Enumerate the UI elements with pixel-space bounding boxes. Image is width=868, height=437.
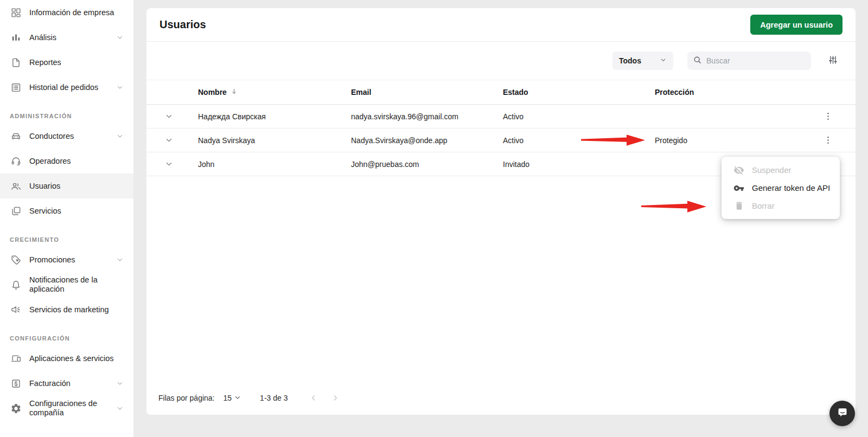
rows-per-page-label: Filas por página:: [158, 394, 215, 402]
cell-status: Invitado: [503, 160, 655, 169]
sidebar-item-label: Historial de pedidos: [29, 83, 114, 92]
column-header-proteccion[interactable]: Protección: [655, 88, 809, 97]
row-expand-chevron-icon[interactable]: [163, 111, 174, 122]
chevron-down-icon: [114, 83, 126, 91]
sidebar-item-label: Conductores: [29, 132, 114, 141]
company-info-icon: [10, 7, 22, 18]
search-box: [687, 52, 811, 70]
sidebar-item-label: Análisis: [29, 33, 114, 42]
column-header-nombre[interactable]: Nombre: [198, 87, 351, 97]
type-filter-dropdown[interactable]: Todos: [612, 52, 673, 70]
chevron-down-icon: [234, 394, 241, 403]
search-input[interactable]: [706, 56, 799, 65]
filter-row: Todos: [146, 42, 856, 80]
annotation-arrow-protegido: [581, 134, 645, 146]
cell-email: John@pruebas.com: [351, 160, 503, 169]
sidebar-item-informacion-de-empresa[interactable]: Información de empresa: [0, 0, 133, 25]
row-context-menu: Suspender Generar token de API Borrar: [722, 157, 840, 219]
page-title: Usuarios: [159, 18, 206, 31]
menu-item-label: Suspender: [752, 165, 792, 175]
sidebar-item-servicios-de-marketing[interactable]: Servicios de marketing: [0, 297, 133, 322]
chevron-down-icon: [114, 132, 126, 140]
column-header-email[interactable]: Email: [351, 88, 503, 97]
sidebar-section-crecimiento: CRECIMIENTO: [0, 223, 133, 247]
menu-item-label: Borrar: [752, 201, 775, 210]
rows-per-page-select[interactable]: 15: [224, 394, 242, 403]
promotions-icon: [10, 254, 22, 266]
sidebar-item-usuarios[interactable]: Usuarios: [0, 173, 133, 198]
eye-off-icon: [733, 165, 744, 176]
sidebar-item-operadores[interactable]: Operadores: [0, 149, 133, 173]
row-expand-chevron-icon[interactable]: [163, 159, 174, 170]
next-page-button[interactable]: [329, 391, 342, 404]
table-header-row: Nombre Email Estado Protección: [146, 80, 856, 105]
search-icon: [693, 55, 702, 66]
sidebar-item-reportes[interactable]: Reportes: [0, 50, 133, 75]
annotation-arrow-borrar: [641, 200, 706, 213]
menu-item-generar-token-de-api[interactable]: Generar token de API: [722, 179, 840, 197]
analytics-icon: [10, 31, 22, 43]
order-history-icon: [10, 81, 22, 93]
sort-descending-icon: [230, 87, 238, 97]
sidebar-item-servicios[interactable]: Servicios: [0, 198, 133, 223]
row-menu-kebab-icon[interactable]: [821, 133, 835, 147]
sidebar-section-configuracion: CONFIGURACIÓN: [0, 322, 133, 346]
sidebar-item-label: Información de empresa: [29, 8, 126, 17]
pagination-range: 1-3 de 3: [260, 394, 288, 402]
cell-status: Activo: [503, 112, 655, 121]
chevron-down-icon: [114, 256, 126, 264]
sidebar-item-promociones[interactable]: Promociones: [0, 247, 133, 272]
row-expand-chevron-icon[interactable]: [163, 135, 174, 146]
column-header-estado[interactable]: Estado: [503, 88, 655, 97]
trash-icon: [733, 201, 744, 211]
cell-protection: Protegido: [655, 136, 809, 145]
pagination-bar: Filas por página: 15 1-3 de 3: [146, 384, 856, 415]
chevron-down-icon: [114, 34, 126, 41]
chevron-down-icon: [114, 380, 126, 387]
tune-icon: [827, 54, 839, 67]
cell-name: John: [198, 160, 351, 169]
sidebar-item-analisis[interactable]: Análisis: [0, 25, 133, 50]
sidebar-item-configuraciones-de-compania[interactable]: Configuraciones de compañía: [0, 396, 133, 421]
sidebar-item-historial-de-pedidos[interactable]: Historial de pedidos: [0, 75, 133, 100]
cell-email: nadya.svirskaya.96@gmail.com: [351, 112, 503, 121]
add-user-button[interactable]: Agregar un usuario: [750, 15, 843, 35]
sidebar-item-label: Configuraciones de compañía: [29, 399, 114, 417]
operators-icon: [10, 155, 22, 167]
table-row[interactable]: Надежда Свирская nadya.svirskaya.96@gmai…: [146, 105, 856, 128]
sidebar-item-label: Operadores: [29, 157, 126, 166]
billing-icon: [10, 377, 22, 389]
chat-launcher-button[interactable]: [829, 401, 855, 426]
menu-item-label: Generar token de API: [752, 183, 830, 192]
reports-icon: [10, 56, 22, 68]
sidebar-item-notificaciones-de-la-aplicacion[interactable]: Notificaciones de la aplicación: [0, 272, 133, 297]
cell-name: Надежда Свирская: [198, 112, 351, 121]
rows-per-page-value: 15: [224, 394, 232, 402]
sidebar-item-aplicaciones-servicios[interactable]: Aplicaciones & servicios: [0, 346, 133, 371]
sidebar-item-label: Facturación: [29, 379, 114, 388]
sidebar-item-facturacion[interactable]: Facturación: [0, 371, 133, 396]
filter-settings-button[interactable]: [826, 54, 839, 67]
sidebar-item-label: Notificaciones de la aplicación: [29, 275, 126, 294]
apps-services-icon: [10, 352, 22, 364]
previous-page-button[interactable]: [307, 391, 320, 404]
chevron-down-icon: [660, 56, 667, 65]
menu-item-borrar[interactable]: Borrar: [722, 197, 840, 215]
cell-name: Nadya Svirskaya: [198, 136, 351, 145]
company-settings-icon: [10, 402, 22, 414]
menu-item-suspender[interactable]: Suspender: [722, 161, 840, 179]
sidebar-item-label: Usuarios: [29, 182, 126, 191]
sidebar-item-conductores[interactable]: Conductores: [0, 124, 133, 149]
app-notifications-icon: [10, 279, 22, 291]
key-icon: [733, 183, 744, 194]
services-icon: [10, 205, 22, 217]
table-row[interactable]: Nadya Svirskaya Nadya.Svirskaya@onde.app…: [146, 128, 856, 152]
app-root: Información de empresa Análisis Reportes…: [0, 0, 868, 437]
row-menu-kebab-icon[interactable]: [821, 110, 835, 124]
sidebar-item-label: Reportes: [29, 58, 126, 67]
type-filter-value: Todos: [619, 56, 641, 65]
sidebar-item-label: Servicios de marketing: [29, 305, 126, 314]
sidebar-section-administracion: ADMINISTRACIÓN: [0, 100, 133, 124]
sidebar-item-label: Servicios: [29, 207, 126, 216]
sidebar: Información de empresa Análisis Reportes…: [0, 0, 133, 437]
